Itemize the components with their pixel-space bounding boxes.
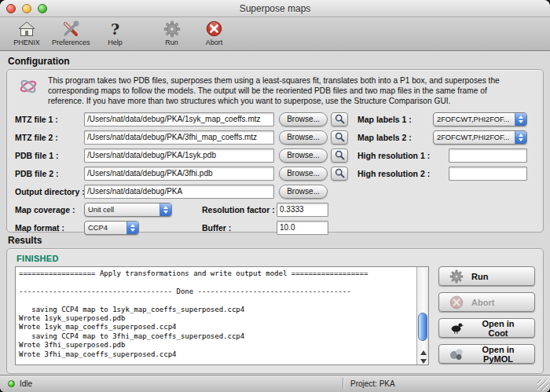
map-coverage-dropdown[interactable]: Unit cell [84, 203, 172, 217]
abort-icon [449, 295, 464, 310]
dropdown-arrows-icon [515, 131, 526, 144]
output-directory-browse-button[interactable]: Browse... [279, 185, 328, 199]
pdb-file-1-label: PDB file 1 : [15, 151, 84, 160]
resolution-factor-label: Resolution factor : [202, 205, 277, 214]
pdb-file-1-inspect-button[interactable] [331, 148, 348, 163]
map-format-label: Map format : [15, 223, 84, 233]
title-bar[interactable]: Superpose maps [0, 0, 550, 17]
status-bar: Idle Project: PKA [0, 375, 550, 392]
map-labels-1-value: 2FOFCWT,PHI2FOF... [434, 113, 515, 126]
resolution-factor-input[interactable] [277, 203, 328, 217]
map-labels-2-dropdown[interactable]: 2FOFCWT,PHI2FOF... [433, 130, 527, 145]
magnifier-icon [335, 168, 345, 178]
map-labels-2-label: Map labels 2 : [358, 133, 433, 142]
magnifier-icon [335, 150, 345, 160]
idle-status-icon [8, 380, 15, 387]
mtz-file-1-row: MTZ file 1 : Browse... Map labels 1 : 2F… [15, 112, 535, 126]
mtz-file-2-browse-button[interactable]: Browse... [279, 130, 328, 145]
open-in-coot-label: Open in Coot [471, 319, 525, 338]
results-log[interactable]: ================== Apply transformations… [16, 267, 416, 365]
mtz-file-2-inspect-button[interactable] [331, 130, 348, 145]
toolbar-preferences-button[interactable]: Preferences [52, 19, 90, 46]
program-description-row: This program takes two PDB files, superp… [18, 76, 535, 106]
pdb-file-2-label: PDB file 2 : [15, 169, 84, 178]
high-resolution-1-input[interactable] [449, 148, 527, 163]
minimize-button[interactable] [22, 4, 31, 13]
map-coverage-label: Map coverage : [15, 205, 84, 214]
high-resolution-1-label: High resolution 1 : [358, 151, 433, 160]
scrollbar-thumb[interactable] [418, 313, 427, 341]
magnifier-icon [335, 132, 345, 142]
status-badge: FINISHED [16, 254, 535, 263]
map-coverage-value: Unit cell [85, 203, 160, 216]
open-in-pymol-button[interactable]: Open in PyMOL [438, 344, 535, 364]
run-gear-icon [163, 19, 181, 38]
output-directory-row: Output directory : Browse... [15, 184, 535, 199]
mtz-file-2-input[interactable] [84, 130, 274, 145]
scroll-up-arrow-icon[interactable] [420, 350, 427, 355]
toolbar-help-label: Help [108, 38, 123, 46]
window-title: Superpose maps [240, 3, 311, 14]
run-button[interactable]: Run [438, 266, 535, 286]
help-icon: ? [111, 19, 119, 38]
results-log-scrollbar[interactable] [416, 267, 428, 365]
buffer-input[interactable] [277, 221, 328, 235]
toolbar-help-button[interactable]: ? Help [98, 19, 133, 46]
main-content: Configuration This program takes two PDB… [0, 51, 550, 374]
toolbar-phenix-label: PHENIX [13, 38, 40, 46]
output-directory-label: Output directory : [15, 187, 84, 196]
output-directory-input[interactable] [84, 185, 274, 199]
toolbar: PHENIX Preferences ? Help [0, 17, 550, 51]
open-in-coot-button[interactable]: Open in Coot [438, 318, 535, 338]
results-panel: FINISHED ================== Apply transf… [6, 248, 544, 374]
map-format-dropdown[interactable]: CCP4 [84, 221, 139, 235]
magnifier-icon [335, 114, 345, 124]
scroll-down-arrow-icon[interactable] [420, 359, 427, 364]
program-description: This program takes two PDB files, superp… [48, 76, 519, 106]
project-label: Project: PKA [350, 379, 395, 388]
superpose-maps-window: Superpose maps PHENIX [0, 0, 550, 392]
toolbar-run-button[interactable]: Run [155, 19, 189, 46]
toolbar-phenix-button[interactable]: PHENIX [9, 19, 44, 46]
pdb-file-1-input[interactable] [84, 148, 274, 163]
high-resolution-2-input[interactable] [449, 167, 527, 181]
preferences-tools-icon [61, 19, 80, 38]
mtz-file-2-row: MTZ file 2 : Browse... Map labels 2 : 2F… [15, 130, 535, 145]
statusbar-divider [343, 378, 343, 390]
map-labels-1-label: Map labels 1 : [358, 115, 433, 124]
pymol-molecule-icon [449, 348, 464, 361]
superpose-ribbons-icon [18, 76, 38, 100]
pdb-file-2-inspect-button[interactable] [331, 167, 348, 181]
mtz-file-1-inspect-button[interactable] [331, 112, 348, 126]
abort-button[interactable]: Abort [438, 292, 535, 312]
pdb-file-2-browse-button[interactable]: Browse... [279, 167, 328, 181]
run-button-label: Run [471, 272, 488, 281]
pdb-file-2-input[interactable] [84, 167, 274, 181]
toolbar-abort-button[interactable]: Abort [197, 19, 232, 46]
mtz-file-1-input[interactable] [84, 112, 274, 126]
map-labels-1-dropdown[interactable]: 2FOFCWT,PHI2FOF... [433, 112, 527, 126]
mtz-file-2-label: MTZ file 2 : [15, 133, 84, 142]
resize-grip[interactable] [537, 379, 548, 390]
coot-bird-icon [449, 321, 464, 335]
results-section-title: Results [8, 235, 544, 246]
traffic-lights [6, 4, 47, 13]
mtz-file-1-label: MTZ file 1 : [15, 115, 84, 124]
results-actions: Run Abort [438, 266, 535, 365]
configuration-panel: This program takes two PDB files, superp… [6, 69, 544, 233]
run-gear-icon [449, 269, 464, 284]
dropdown-arrows-icon [515, 113, 526, 126]
pdb-file-1-row: PDB file 1 : Browse... High resolution 1… [15, 148, 535, 163]
map-format-row: Map format : CCP4 Buffer : [15, 220, 535, 235]
zoom-button[interactable] [38, 4, 47, 13]
open-in-pymol-label: Open in PyMOL [471, 345, 525, 364]
phenix-home-icon [17, 19, 36, 38]
map-format-value: CCP4 [85, 222, 126, 234]
dropdown-arrows-icon [160, 203, 171, 216]
status-state: Idle [20, 379, 32, 388]
toolbar-run-label: Run [165, 38, 178, 46]
close-button[interactable] [6, 4, 16, 13]
abort-button-label: Abort [471, 298, 494, 307]
pdb-file-1-browse-button[interactable]: Browse... [279, 148, 328, 163]
mtz-file-1-browse-button[interactable]: Browse... [279, 112, 328, 126]
